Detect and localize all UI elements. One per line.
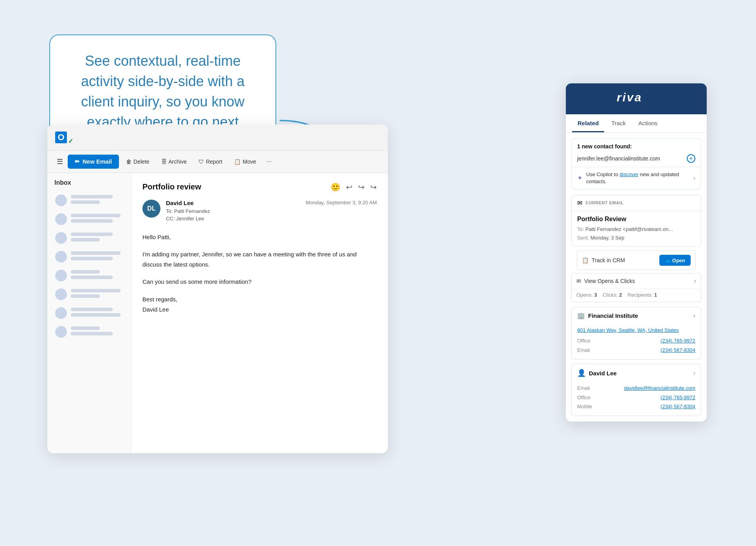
track-crm-row: 📋 Track in CRM ☁ Open	[577, 250, 696, 270]
list-item[interactable]	[53, 305, 126, 322]
list-item[interactable]	[53, 323, 126, 341]
david-office-phone[interactable]: (234) 765-9972	[661, 393, 695, 402]
list-item[interactable]	[53, 267, 126, 284]
list-item[interactable]	[53, 286, 126, 303]
line	[71, 214, 121, 217]
email-para1: I'm adding my partner, Jennifer, so we c…	[142, 249, 377, 270]
list-item[interactable]	[53, 229, 126, 247]
email-pane: Portfolio review 🙂 ↩ ↪ ↪ DL David Lee To…	[131, 173, 388, 453]
current-email-meta: To: Patti Fernandez <pattif@rivateam.on……	[572, 225, 701, 246]
outlook-checkmark-icon: ✓	[68, 137, 73, 145]
view-opens-section: ✉ View Opens & Clicks › Opens: 3 Clicks:…	[571, 273, 701, 302]
email-subject: Portfolio review	[142, 182, 201, 191]
contact-found-email-row: jennifer.lee@financialinstitute.com +	[572, 154, 701, 167]
to-label: To:	[166, 208, 173, 214]
more-options-button[interactable]: ···	[263, 155, 274, 168]
outlook-icon: O ✓	[55, 130, 73, 145]
david-lee-record: 👤 David Lee › Email davidlee@financialin…	[571, 364, 701, 416]
building-icon: 🏢	[577, 312, 585, 319]
new-email-label: New Email	[83, 158, 112, 165]
line	[71, 308, 113, 311]
avatar	[55, 307, 67, 319]
financial-institute-header[interactable]: 🏢 Financial Institute ›	[572, 307, 701, 324]
sent-label: Sent:	[577, 235, 589, 241]
view-opens-header[interactable]: ✉ View Opens & Clicks ›	[572, 274, 701, 288]
line	[71, 232, 113, 236]
contact-title-row: 👤 David Lee	[577, 369, 617, 377]
copilot-discover-link[interactable]: discover	[619, 171, 638, 177]
to-value: Patti Fernandez	[174, 208, 210, 214]
forward-icon[interactable]: ↪	[370, 182, 377, 192]
email-greeting: Hello Patti,	[142, 232, 377, 242]
envelope-icon: ✉	[577, 199, 582, 207]
signature-text: David Lee	[142, 306, 169, 313]
office-phone-link[interactable]: (234) 765-9972	[661, 336, 695, 345]
add-contact-button[interactable]: +	[687, 154, 695, 163]
riva-logo: riva	[617, 90, 656, 107]
archive-icon: 🗄	[161, 159, 167, 165]
sidebar-lines	[71, 308, 123, 319]
copilot-text: Use Copilot to discover new and updated …	[586, 171, 689, 185]
move-button[interactable]: 📋 Move	[229, 155, 261, 168]
copilot-row[interactable]: ✦ Use Copilot to discover new and update…	[572, 167, 701, 189]
track-crm-left: 📋 Track in CRM	[582, 257, 625, 263]
menu-button[interactable]: ☰	[54, 155, 65, 168]
open-crm-button[interactable]: ☁ Open	[659, 255, 691, 266]
line	[71, 289, 121, 292]
list-item[interactable]	[53, 192, 126, 209]
david-office-label: Office	[577, 393, 599, 402]
reply-icon[interactable]: ↩	[346, 182, 353, 192]
emoji-icon[interactable]: 🙂	[331, 182, 340, 192]
outlook-sidebar: Inbox	[47, 173, 131, 453]
reply-all-icon[interactable]: ↪	[358, 182, 365, 192]
sender-name: David Lee	[166, 200, 300, 206]
email-phone-link[interactable]: (234) 567-8304	[661, 346, 695, 355]
david-email-row: Email davidlee@financialinstitute.com	[577, 384, 695, 393]
david-lee-chevron-icon: ›	[693, 369, 695, 377]
address-link[interactable]: 801 Alaskan Way, Seattle, WA, United Sta…	[577, 326, 695, 335]
salesforce-icon: ☁	[665, 257, 670, 263]
cc-label: CC:	[166, 216, 175, 222]
recipients-value: 1	[654, 292, 657, 298]
outlook-content: Inbox	[47, 173, 388, 453]
track-crm-label: Track in CRM	[592, 257, 625, 263]
outlook-o-icon: O	[55, 132, 67, 143]
sidebar-lines	[71, 195, 123, 206]
david-lee-header[interactable]: 👤 David Lee ›	[572, 364, 701, 382]
email-action-icons: 🙂 ↩ ↪ ↪	[331, 182, 377, 192]
tab-track[interactable]: Track	[606, 114, 631, 132]
crm-title-row: 🏢 Financial Institute	[577, 312, 638, 319]
email-timestamp: Monday, September 3, 9:20 AM	[306, 200, 377, 205]
tab-actions[interactable]: Actions	[633, 114, 663, 132]
avatar	[55, 288, 67, 300]
list-item[interactable]	[53, 211, 126, 228]
email-para2: Can you send us some more information?	[142, 277, 377, 287]
more-label: ···	[266, 158, 271, 165]
email-closing: Best regards, David Lee	[142, 294, 377, 315]
copilot-chevron-icon: ›	[693, 175, 695, 181]
outlook-titlebar: O ✓	[47, 124, 388, 151]
tab-related[interactable]: Related	[572, 114, 604, 132]
line	[71, 326, 100, 330]
financial-institute-name: Financial Institute	[588, 312, 638, 319]
recipients-label: Recipients:	[628, 292, 653, 298]
clicks-label: Clicks:	[603, 292, 617, 298]
report-icon: 🛡	[198, 159, 204, 165]
avatar	[55, 270, 67, 281]
riva-content: 1 new contact found: jennifer.lee@financ…	[566, 133, 707, 422]
list-item[interactable]	[53, 248, 126, 265]
delete-button[interactable]: 🗑 Delete	[121, 155, 154, 168]
david-lee-name: David Lee	[589, 370, 617, 377]
david-email-link[interactable]: davidlee@financialinstitute.com	[624, 384, 695, 393]
financial-institute-record: 🏢 Financial Institute › 801 Alaskan Way,…	[571, 307, 701, 360]
line	[71, 200, 100, 204]
report-button[interactable]: 🛡 Report	[194, 155, 227, 168]
new-email-button[interactable]: ✏ New Email	[68, 155, 119, 169]
line	[71, 238, 100, 241]
clicks-value: 2	[619, 292, 622, 298]
sent-value: Monday, 3 Sep	[590, 235, 624, 241]
david-mobile-phone[interactable]: (234) 567-8304	[661, 402, 695, 411]
sender-meta: To: Patti Fernandez CC: Jennifer Lee	[166, 207, 300, 223]
archive-button[interactable]: 🗄 Archive	[157, 155, 192, 168]
sender-info: David Lee To: Patti Fernandez CC: Jennif…	[166, 200, 300, 223]
